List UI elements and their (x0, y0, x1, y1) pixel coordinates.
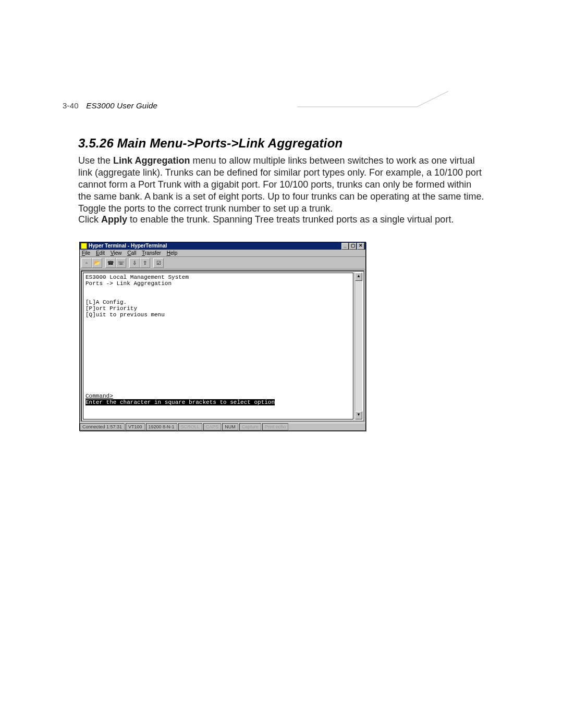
hyperterminal-window: Hyper Terminal - HyperTerminal _ ▢ ✕ Fil… (79, 242, 366, 431)
term-line-2: Ports -> Link Aggregation (85, 280, 172, 287)
menu-bar: File Edit View Call Transfer Help (80, 250, 365, 257)
status-connected: Connected 1:57:31 (80, 423, 125, 430)
terminal-frame: ES3000 Local Management System Ports -> … (80, 269, 365, 423)
p2-pre: Click (78, 214, 101, 225)
status-capture: Capture (239, 423, 261, 430)
status-printecho: Print echo (262, 423, 289, 430)
p1-pre: Use the (78, 155, 113, 166)
term-line-5: [L]A Config. (85, 299, 127, 305)
menu-help[interactable]: Help (167, 250, 178, 256)
paragraph-2: Click Apply to enable the trunk. Spannin… (78, 214, 485, 226)
status-caps: CAPS (203, 423, 222, 430)
menu-call[interactable]: Call (127, 250, 136, 256)
doc-title: ES3000 User Guide (86, 101, 157, 110)
connect-icon[interactable]: ☎ (105, 258, 116, 268)
p2-bold: Apply (101, 214, 127, 225)
open-doc-icon[interactable]: 📂 (92, 258, 102, 268)
disconnect-icon[interactable]: ☏ (116, 258, 126, 268)
send-icon[interactable]: ⇩ (129, 258, 140, 268)
menu-view[interactable]: View (111, 250, 122, 256)
p1-bold: Link Aggregation (113, 155, 190, 166)
document-page: 3-40 ES3000 User Guide 3.5.26 Main Menu-… (0, 0, 563, 728)
status-bar: Connected 1:57:31 VT100 19200 8-N-1 SCRO… (80, 423, 365, 430)
close-button[interactable]: ✕ (357, 243, 364, 250)
term-line-6: [P]ort Priority (85, 305, 137, 312)
status-scroll: SCROLL (178, 423, 202, 430)
scroll-down-icon[interactable]: ▼ (355, 411, 362, 419)
paragraph-1: Use the Link Aggregation menu to allow m… (78, 155, 485, 215)
new-doc-icon[interactable]: ▫ (81, 258, 92, 268)
scroll-track[interactable] (355, 281, 362, 411)
scroll-up-icon[interactable]: ▲ (355, 273, 362, 281)
vertical-scrollbar[interactable]: ▲ ▼ (354, 273, 362, 419)
receive-icon[interactable]: ⇧ (140, 258, 150, 268)
toolbar: ▫ 📂 ☎ ☏ ⇩ ⇧ ☑ (80, 257, 365, 269)
term-line-7: [Q]uit to previous menu (85, 312, 165, 318)
term-line-1: ES3000 Local Management System (85, 274, 189, 280)
maximize-button[interactable]: ▢ (349, 243, 357, 250)
menu-file[interactable]: File (82, 250, 90, 256)
menu-edit[interactable]: Edit (96, 250, 105, 256)
properties-icon[interactable]: ☑ (153, 258, 164, 268)
page-header: 3-40 ES3000 User Guide (63, 101, 157, 110)
window-titlebar[interactable]: Hyper Terminal - HyperTerminal _ ▢ ✕ (80, 242, 365, 250)
terminal-output[interactable]: ES3000 Local Management System Ports -> … (83, 273, 353, 419)
status-num: NUM (222, 423, 238, 430)
minimize-button[interactable]: _ (341, 243, 349, 250)
menu-transfer[interactable]: Transfer (142, 250, 161, 256)
app-icon (81, 243, 87, 249)
window-title: Hyper Terminal - HyperTerminal (89, 242, 167, 250)
status-settings: 19200 8-N-1 (146, 423, 177, 430)
p2-post: to enable the trunk. Spanning Tree treat… (127, 214, 454, 225)
term-hint: Enter the character in square brackets t… (85, 399, 275, 405)
status-emulation: VT100 (126, 423, 145, 430)
term-command-prompt: Command> (85, 393, 113, 399)
section-heading: 3.5.26 Main Menu->Ports->Link Aggregatio… (78, 136, 342, 151)
page-number: 3-40 (63, 101, 79, 110)
header-divider-icon (297, 89, 485, 125)
